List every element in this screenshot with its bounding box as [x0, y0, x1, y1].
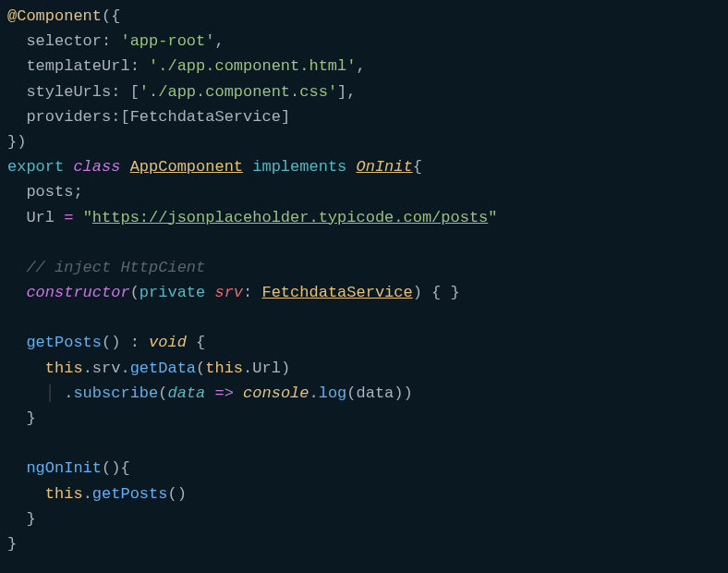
method-getposts: getPosts — [26, 334, 102, 351]
method-ngoninit: ngOnInit — [26, 459, 102, 477]
code-line: } — [7, 409, 36, 427]
code-line: │ .subscribe(data => console.log(data)) — [7, 384, 413, 402]
code-line: templateUrl: './app.component.html', — [7, 57, 366, 75]
code-line: this.srv.getData(this.Url) — [7, 360, 290, 377]
code-line: getPosts() : void { — [7, 334, 205, 351]
code-line: } — [7, 510, 36, 528]
code-line: // inject HttpCient — [7, 259, 205, 276]
code-line: } — [7, 535, 17, 553]
code-line: Url = "https://jsonplaceholder.typicode.… — [7, 209, 498, 226]
code-line: ngOnInit(){ — [7, 459, 130, 477]
code-line: constructor(private srv: FetchdataServic… — [7, 284, 460, 301]
code-editor[interactable]: @Component({ selector: 'app-root', templ… — [7, 4, 721, 556]
code-line: posts; — [7, 183, 83, 201]
comment: // inject HttpCient — [26, 259, 205, 276]
class-name: AppComponent — [130, 158, 243, 176]
code-line: providers:[FetchdataService] — [7, 108, 290, 126]
code-line: @Component({ — [7, 7, 120, 25]
code-line: styleUrls: ['./app.component.css'], — [7, 83, 357, 101]
decorator: @Component — [7, 7, 102, 25]
type-name: FetchdataService — [261, 284, 412, 301]
interface-name: OnInit — [357, 158, 413, 176]
code-line: }) — [7, 133, 26, 151]
code-line: selector: 'app-root', — [7, 32, 224, 50]
code-line: this.getPosts() — [7, 485, 187, 503]
url-literal: https://jsonplaceholder.typicode.com/pos… — [92, 209, 488, 226]
code-line: export class AppComponent implements OnI… — [7, 158, 422, 176]
